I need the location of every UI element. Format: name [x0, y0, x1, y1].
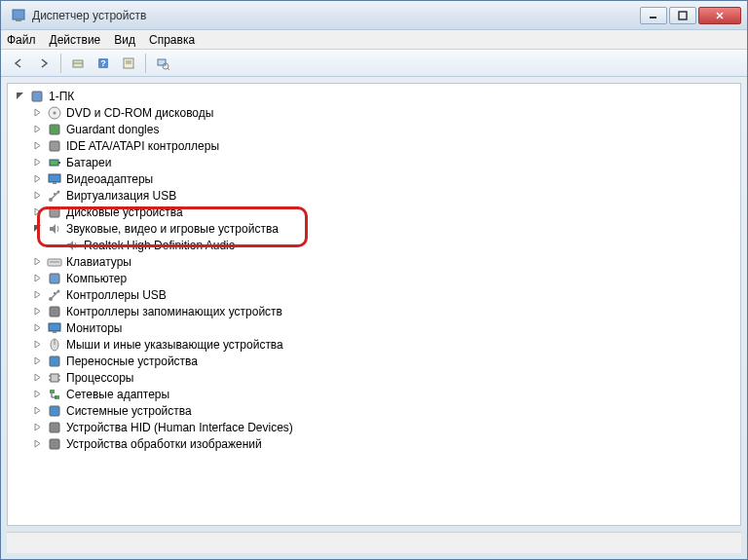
- svg-rect-24: [53, 182, 56, 184]
- svg-rect-1: [16, 19, 21, 21]
- expander-closed-icon[interactable]: [31, 322, 43, 334]
- tree-item-label: Guardant dongles: [66, 123, 159, 136]
- svg-rect-43: [51, 374, 58, 382]
- tree-item[interactable]: Realtek High Definition Audio: [8, 237, 740, 253]
- svg-rect-54: [50, 439, 59, 449]
- svg-rect-39: [53, 331, 56, 333]
- tree-item[interactable]: Устройства обработки изображений: [8, 435, 740, 452]
- tree-item[interactable]: Видеоадаптеры: [8, 170, 740, 187]
- expander-closed-icon[interactable]: [31, 438, 43, 450]
- tree-item-label: DVD и CD-ROM дисководы: [66, 106, 213, 120]
- scan-button[interactable]: [151, 53, 174, 74]
- tree-root-item[interactable]: 1-ПК: [8, 88, 740, 104]
- tree-item-label: Мониторы: [66, 321, 122, 335]
- display-icon: [47, 171, 62, 187]
- svg-rect-32: [50, 274, 59, 283]
- tree-item[interactable]: Мониторы: [8, 319, 740, 336]
- tree-root-label: 1-ПК: [49, 90, 74, 103]
- minimize-button[interactable]: [640, 7, 667, 24]
- svg-text:?: ?: [100, 58, 106, 68]
- usb-virt-icon: [47, 188, 62, 204]
- tree-item[interactable]: Сетевые адаптеры: [8, 386, 740, 402]
- expander-closed-icon[interactable]: [31, 140, 43, 152]
- expander-closed-icon[interactable]: [31, 389, 43, 400]
- tree-item[interactable]: Компьютер: [8, 270, 740, 286]
- expander-closed-icon[interactable]: [31, 289, 43, 301]
- tree-item-label: Переносные устройства: [66, 355, 198, 368]
- disc-icon: [47, 105, 62, 121]
- hid-icon: [47, 420, 62, 435]
- expander-closed-icon[interactable]: [31, 157, 43, 168]
- svg-rect-42: [50, 356, 59, 366]
- svg-rect-19: [50, 125, 59, 134]
- properties-button[interactable]: [117, 53, 140, 74]
- maximize-button[interactable]: [669, 7, 696, 24]
- tree-item[interactable]: Переносные устройства: [8, 353, 740, 369]
- expander-open-icon[interactable]: [14, 91, 25, 102]
- storage-icon: [47, 304, 62, 319]
- tree-item[interactable]: DVD и CD-ROM дисководы: [8, 104, 740, 121]
- tree-item-label: Системные устройства: [66, 404, 192, 418]
- menu-action[interactable]: Действие: [50, 33, 101, 47]
- expander-closed-icon[interactable]: [31, 405, 43, 417]
- svg-rect-3: [679, 12, 687, 19]
- tree-item[interactable]: Клавиатуры: [8, 253, 740, 270]
- dongle-icon: [47, 122, 62, 137]
- close-button[interactable]: [698, 7, 741, 24]
- expander-closed-icon[interactable]: [31, 372, 43, 384]
- tree-item-label: Контроллеры запоминающих устройств: [66, 305, 282, 318]
- usb-icon: [47, 287, 62, 303]
- menu-file[interactable]: Файл: [7, 33, 36, 47]
- help-button[interactable]: ?: [92, 53, 115, 74]
- expander-closed-icon[interactable]: [31, 107, 43, 119]
- expander-closed-icon[interactable]: [31, 256, 43, 268]
- portable-icon: [47, 354, 62, 369]
- svg-rect-37: [50, 307, 59, 317]
- expander-closed-icon[interactable]: [31, 339, 43, 351]
- expander-closed-icon[interactable]: [31, 124, 43, 135]
- tree-item[interactable]: Батареи: [8, 154, 740, 170]
- svg-line-15: [168, 68, 169, 70]
- tree-item-label: Компьютер: [66, 272, 127, 285]
- tree-item-label: Устройства HID (Human Interface Devices): [66, 421, 293, 434]
- svg-rect-16: [32, 92, 42, 101]
- svg-rect-53: [50, 423, 59, 432]
- expander-closed-icon[interactable]: [49, 240, 60, 251]
- tree-item-label: IDE ATA/ATAPI контроллеры: [66, 139, 219, 153]
- tree-item[interactable]: Дисковые устройства: [8, 204, 740, 220]
- tree-item[interactable]: Устройства HID (Human Interface Devices): [8, 419, 740, 435]
- expander-closed-icon[interactable]: [31, 173, 43, 185]
- back-button[interactable]: [7, 53, 30, 74]
- speaker-icon: [64, 238, 80, 253]
- tree-item[interactable]: Системные устройства: [8, 402, 740, 419]
- tree-item-label: Сетевые адаптеры: [66, 388, 169, 401]
- forward-button[interactable]: [32, 53, 56, 74]
- tree-item[interactable]: Процессоры: [8, 369, 740, 386]
- show-hidden-button[interactable]: [66, 53, 90, 74]
- tree-item[interactable]: Контроллеры USB: [8, 286, 740, 303]
- tree-item[interactable]: IDE ATA/ATAPI контроллеры: [8, 137, 740, 154]
- device-manager-window: Диспетчер устройств Файл Действие Вид Сп…: [0, 0, 748, 560]
- svg-rect-22: [58, 162, 60, 164]
- expander-open-icon[interactable]: [31, 223, 43, 235]
- expander-closed-icon[interactable]: [31, 306, 43, 317]
- menu-view[interactable]: Вид: [114, 33, 135, 47]
- toolbar: ?: [1, 50, 747, 77]
- tree-view[interactable]: 1-ПКDVD и CD-ROM дисководыGuardant dongl…: [7, 83, 741, 526]
- menu-help[interactable]: Справка: [149, 33, 195, 47]
- expander-closed-icon[interactable]: [31, 190, 43, 202]
- tree-item[interactable]: Контроллеры запоминающих устройств: [8, 303, 740, 319]
- tree-item[interactable]: Guardant dongles: [8, 121, 740, 137]
- expander-closed-icon[interactable]: [31, 422, 43, 433]
- sound-icon: [47, 221, 62, 237]
- expander-closed-icon[interactable]: [31, 355, 43, 367]
- tree-item-label: Realtek High Definition Audio: [84, 239, 235, 252]
- imaging-icon: [47, 436, 62, 452]
- ide-icon: [47, 138, 62, 154]
- tree-item[interactable]: Виртуализация USB: [8, 187, 740, 204]
- expander-closed-icon[interactable]: [31, 273, 43, 284]
- tree-item[interactable]: Мыши и иные указывающие устройства: [8, 336, 740, 353]
- expander-closed-icon[interactable]: [31, 206, 43, 218]
- tree-item[interactable]: Звуковые, видео и игровые устройства: [8, 220, 740, 237]
- titlebar[interactable]: Диспетчер устройств: [1, 1, 747, 30]
